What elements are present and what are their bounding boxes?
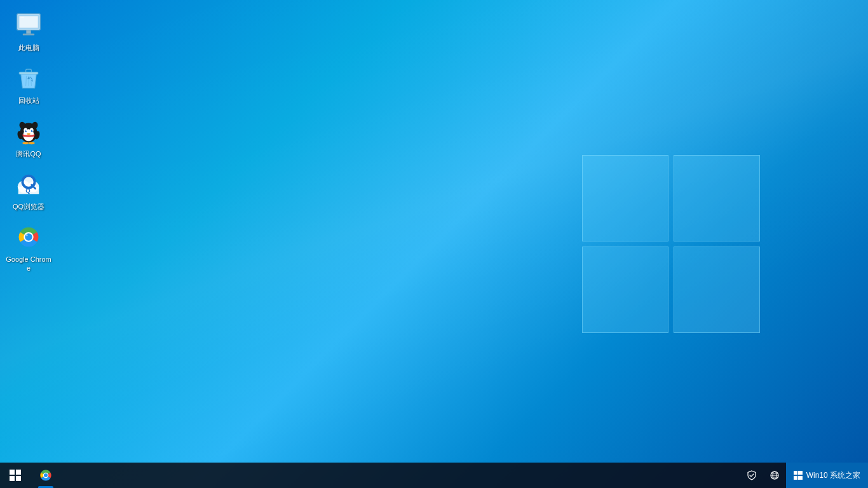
svg-rect-6 <box>19 72 38 75</box>
start-quad-tl <box>10 470 15 475</box>
taskbar-chrome-button[interactable] <box>31 463 61 488</box>
svg-text:Q: Q <box>25 187 31 194</box>
qq-browser-icon: Q <box>13 169 44 200</box>
svg-point-17 <box>32 130 33 131</box>
desktop-icons-area: 此电脑 <box>3 6 54 277</box>
taskbar-pinned-items <box>31 463 61 488</box>
desktop-icon-this-pc[interactable]: 此电脑 <box>3 6 54 56</box>
svg-point-36 <box>44 473 48 477</box>
desktop: 此电脑 <box>0 0 868 488</box>
desktop-icon-recycle-bin[interactable]: 回收站 <box>3 59 54 109</box>
start-quad-bl <box>10 476 15 481</box>
desktop-icon-qq-browser[interactable]: Q QQ浏览器 <box>3 165 54 215</box>
windows-logo-background <box>569 142 773 346</box>
svg-point-34 <box>26 234 28 236</box>
recycle-bin-icon <box>13 63 44 93</box>
start-quad-tr <box>16 470 21 475</box>
start-button[interactable] <box>0 463 31 488</box>
tray-shield-button[interactable] <box>740 463 763 488</box>
google-chrome-label: Google Chrome <box>6 255 51 273</box>
svg-point-21 <box>22 142 29 144</box>
svg-point-16 <box>25 130 27 131</box>
tray-network-button[interactable] <box>763 463 786 488</box>
svg-rect-4 <box>23 34 34 36</box>
start-menu-icon <box>10 470 21 481</box>
recycle-bin-label: 回收站 <box>18 96 39 105</box>
taskbar: Win10 系统之家 <box>0 463 868 488</box>
win-logo-quad-bl <box>582 247 668 333</box>
win-logo-quad-tr <box>674 155 760 241</box>
start-quad-br <box>16 476 21 481</box>
svg-rect-3 <box>26 30 31 33</box>
qq-icon <box>13 116 44 147</box>
desktop-icon-qq[interactable]: 腾讯QQ <box>3 112 54 162</box>
google-chrome-icon <box>13 222 44 252</box>
this-pc-icon <box>13 10 44 41</box>
svg-rect-2 <box>19 16 37 27</box>
win-logo-quad-br <box>674 247 760 333</box>
win-logo-quad-tl <box>582 155 668 241</box>
svg-point-18 <box>27 133 31 135</box>
desktop-icon-google-chrome[interactable]: Google Chrome <box>3 218 54 277</box>
win10-brand-text: Win10 系统之家 <box>806 470 860 481</box>
qq-browser-label: QQ浏览器 <box>13 202 44 211</box>
qq-label: 腾讯QQ <box>16 149 41 158</box>
svg-point-33 <box>25 233 32 241</box>
svg-point-22 <box>29 142 35 144</box>
system-tray: Win10 系统之家 <box>740 463 868 488</box>
win10-brand-button[interactable]: Win10 系统之家 <box>786 463 868 488</box>
this-pc-label: 此电脑 <box>18 43 39 52</box>
